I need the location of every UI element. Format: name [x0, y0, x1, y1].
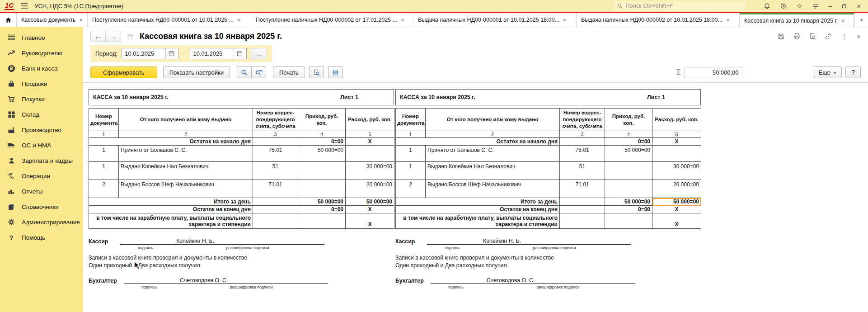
col-income[interactable]: Приход, руб. коп.: [605, 109, 652, 131]
cell-expense[interactable]: 20 000=00: [346, 180, 394, 198]
cell-description[interactable]: Выдано Боссов Шеф Начальникович: [119, 180, 253, 198]
tab-close-icon[interactable]: ×: [841, 17, 845, 24]
generate-button[interactable]: Сформировать: [90, 66, 157, 78]
close-window-icon[interactable]: ×: [857, 3, 861, 9]
sidebar-item-prodazhi[interactable]: Продажи: [0, 76, 83, 91]
sidebar-item-otchety[interactable]: Отчеты: [0, 184, 83, 199]
tab-close-icon[interactable]: ×: [79, 17, 83, 24]
cell-doc-num[interactable]: 2: [89, 180, 119, 198]
sidebar-item-operacii[interactable]: Дт КтОперации: [0, 168, 83, 184]
cell-description[interactable]: Принято от Большов С. С.: [426, 146, 560, 162]
selected-cell[interactable]: 50 000=00: [652, 198, 701, 206]
cell-expense[interactable]: [652, 146, 701, 162]
cell-account[interactable]: 71.01: [560, 180, 605, 198]
more-button[interactable]: Еще▾: [813, 66, 842, 78]
sidebar-item-rukovoditelyu[interactable]: Руководителю: [0, 45, 83, 61]
forward-button[interactable]: →: [106, 31, 121, 42]
service-menu-icon[interactable]: [812, 3, 819, 9]
sidebar-item-administrirovanie[interactable]: Администрирование: [0, 214, 83, 230]
cell-expense[interactable]: 30 000=00: [652, 162, 701, 180]
tab-vydacha-000002[interactable]: Выдача наличных НД00-000002 от 10.01.202…: [577, 13, 740, 27]
cell-income[interactable]: 50 000=00: [605, 146, 652, 162]
sidebar-item-pomosch[interactable]: ?Помощь: [0, 230, 83, 245]
print-button[interactable]: Печать: [273, 66, 305, 78]
cell-description[interactable]: Выдано Боссов Шеф Начальникович: [426, 180, 560, 198]
tab-home[interactable]: [0, 13, 17, 27]
sheet-banner[interactable]: КАССА за 10 января 2025 г. Лист 1: [395, 89, 701, 105]
tab-postuplenie-000001[interactable]: Поступление наличных НД00-000001 от 10.0…: [88, 13, 251, 27]
cell-description[interactable]: Выдано Копейкин Нал Безналович: [119, 162, 253, 180]
cell-description[interactable]: Выдано Копейкин Нал Безналович: [426, 162, 560, 180]
calendar-icon[interactable]: [165, 48, 177, 59]
print-icon[interactable]: [793, 33, 800, 40]
notifications-bell-icon[interactable]: [764, 3, 770, 9]
more-actions-icon[interactable]: ⋮: [841, 33, 848, 40]
tab-close-icon[interactable]: ×: [726, 17, 730, 24]
preview-button[interactable]: [309, 66, 324, 78]
cell-doc-num[interactable]: 1: [396, 146, 426, 162]
period-to-input[interactable]: [190, 48, 234, 59]
col-expense[interactable]: Расход, руб. коп.: [652, 109, 701, 131]
cell-expense[interactable]: 20 000=00: [652, 180, 701, 198]
cell-description[interactable]: Принято от Большов С. С.: [119, 146, 253, 162]
main-menu-icon[interactable]: [20, 3, 28, 9]
cell-account[interactable]: 75.01: [560, 146, 605, 162]
history-icon[interactable]: [780, 3, 787, 9]
cell-doc-num[interactable]: 1: [396, 162, 426, 180]
sidebar-item-glavnoe[interactable]: Главное: [0, 30, 83, 45]
minimize-icon[interactable]: –: [828, 3, 832, 9]
save-report-button[interactable]: [328, 66, 343, 78]
period-from-input[interactable]: [122, 48, 165, 59]
cell-doc-num[interactable]: 1: [89, 162, 119, 180]
tab-vydacha-000001[interactable]: Выдача наличных НД00-000001 от 10.01.202…: [413, 13, 577, 27]
col-counterparty[interactable]: От кого получено или кому выдано: [426, 109, 560, 131]
restore-window-icon[interactable]: [841, 3, 847, 9]
tab-overflow-chevron-icon[interactable]: ▾: [854, 13, 868, 27]
sidebar-item-sklad[interactable]: Склад: [0, 107, 83, 122]
cell-expense[interactable]: 30 000=00: [346, 162, 394, 180]
find-button[interactable]: [237, 66, 252, 78]
close-document-icon[interactable]: ×: [857, 33, 861, 40]
sidebar-item-bank-i-kassa[interactable]: ₽Банк и касса: [0, 61, 83, 76]
cell-income[interactable]: 50 000=00: [298, 146, 346, 162]
cell-account[interactable]: 75.01: [253, 146, 298, 162]
cell-income[interactable]: [298, 180, 346, 198]
cell-account[interactable]: 51: [253, 162, 298, 180]
sidebar-item-proizvodstvo[interactable]: Производство: [0, 122, 83, 137]
link-icon[interactable]: [825, 33, 832, 40]
save-icon[interactable]: [778, 33, 784, 40]
sidebar-item-zarplata-i-kadry[interactable]: Зарплата и кадры: [0, 153, 83, 168]
col-doc-number[interactable]: Номер документа: [89, 109, 119, 131]
sheet-banner[interactable]: КАССА за 10 января 2025 г. Лист 1: [89, 89, 394, 105]
search-input[interactable]: [626, 3, 742, 9]
col-expense[interactable]: Расход, руб. коп.: [346, 109, 394, 131]
sidebar-item-spravochniki[interactable]: Справочники: [0, 199, 83, 214]
period-to-field[interactable]: [190, 48, 247, 59]
period-from-field[interactable]: [122, 48, 178, 59]
cell-expense[interactable]: [346, 146, 394, 162]
print-preview-icon[interactable]: [809, 33, 816, 40]
cell-doc-num[interactable]: 2: [396, 180, 426, 198]
favorite-star-icon[interactable]: ☆: [127, 31, 134, 42]
help-button[interactable]: ?: [845, 66, 861, 78]
tab-close-icon[interactable]: ×: [237, 17, 241, 24]
period-options-button[interactable]: ...: [251, 48, 267, 59]
show-settings-button[interactable]: Показать настройки: [163, 66, 230, 78]
tab-kassovaya-kniga-active[interactable]: Кассовая книга за 10 января 2025 г.×: [740, 13, 854, 27]
global-search[interactable]: [614, 1, 746, 11]
tab-close-icon[interactable]: ×: [401, 17, 404, 24]
tab-close-icon[interactable]: ×: [563, 17, 567, 24]
cell-income[interactable]: [605, 162, 652, 180]
autosum-value[interactable]: [685, 67, 742, 78]
tab-kassovye-dokumenty[interactable]: Кассовые документы×: [17, 13, 88, 27]
cell-income[interactable]: [298, 162, 346, 180]
cell-account[interactable]: 71.01: [253, 180, 298, 198]
col-doc-number[interactable]: Номер документа: [396, 109, 426, 131]
cell-doc-num[interactable]: 1: [89, 146, 119, 162]
col-income[interactable]: Приход, руб. коп.: [298, 109, 346, 131]
back-button[interactable]: ←: [91, 31, 106, 42]
col-corr-account[interactable]: Номер коррес-пондирующего счета, субсчет…: [560, 109, 605, 131]
cell-income[interactable]: [605, 180, 652, 198]
cell-account[interactable]: 51: [560, 162, 605, 180]
sidebar-item-pokupki[interactable]: Покупки: [0, 91, 83, 107]
